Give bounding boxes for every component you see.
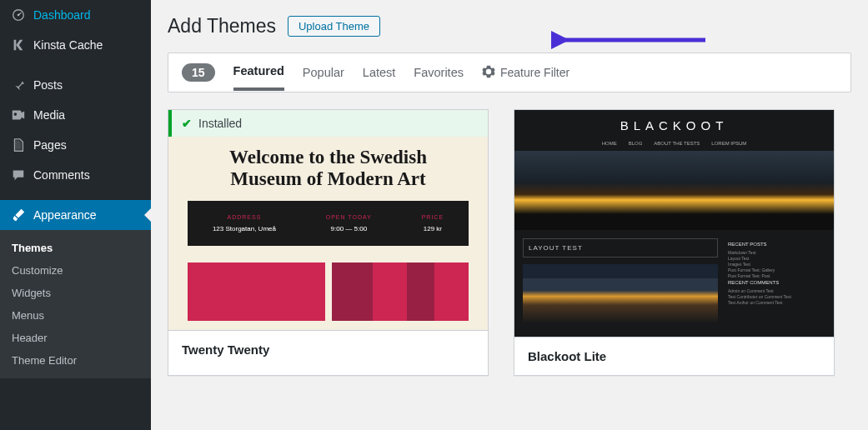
- themes-grid: ✔ Installed Welcome to the Swedish Museu…: [168, 109, 851, 376]
- kinsta-icon: [10, 37, 27, 53]
- feature-filter-label: Feature Filter: [500, 66, 569, 79]
- preview-title: Welcome to the Swedish Museum of Modern …: [168, 137, 488, 201]
- sidebar-item-pages[interactable]: Pages: [0, 130, 151, 160]
- theme-card-blackoot-lite[interactable]: BLACKOOT HOME BLOG ABOUT THE TESTS LOREM…: [514, 109, 835, 376]
- filter-tab-latest[interactable]: Latest: [363, 66, 396, 89]
- filter-tab-favorites[interactable]: Favorites: [414, 66, 464, 89]
- preview-hero: [514, 151, 834, 230]
- pin-icon: [10, 77, 27, 93]
- installed-label: Installed: [198, 117, 242, 130]
- preview-side-item: Layout Test: [728, 256, 825, 259]
- submenu-widgets[interactable]: Widgets: [0, 282, 151, 304]
- theme-name: Twenty Twenty: [168, 330, 488, 368]
- submenu-customize[interactable]: Customize: [0, 259, 151, 282]
- submenu-menus[interactable]: Menus: [0, 304, 151, 327]
- sidebar-item-label: Appearance: [33, 208, 97, 222]
- installed-banner: ✔ Installed: [168, 110, 488, 137]
- preview-side-item: Post Format Test: Gallery: [728, 268, 825, 271]
- preview-col-label: ADDRESS: [213, 214, 276, 220]
- preview-blocks: [188, 262, 469, 321]
- page-title: Add Themes: [168, 15, 276, 38]
- check-icon: ✔: [182, 117, 192, 130]
- sidebar-item-label: Media: [33, 108, 65, 122]
- theme-count-badge: 15: [182, 63, 215, 82]
- media-icon: [10, 107, 27, 123]
- sidebar-item-label: Dashboard: [33, 8, 91, 22]
- preview-post-title: LAYOUT TEST: [523, 238, 718, 258]
- submenu-themes[interactable]: Themes: [0, 237, 151, 259]
- preview-side-heading: RECENT POSTS: [728, 242, 825, 247]
- gear-icon: [482, 65, 495, 81]
- brush-icon: [10, 207, 27, 223]
- appearance-submenu: Themes Customize Widgets Menus Header Th…: [0, 230, 151, 378]
- preview-col-val: 9:00 — 5:00: [326, 225, 372, 232]
- main-content: Add Themes Upload Theme 15 Featured Popu…: [151, 0, 868, 430]
- preview-col-label: PRICE: [422, 214, 444, 220]
- theme-card-twenty-twenty[interactable]: ✔ Installed Welcome to the Swedish Museu…: [168, 109, 489, 376]
- sidebar-item-comments[interactable]: Comments: [0, 160, 151, 190]
- submenu-header[interactable]: Header: [0, 327, 151, 349]
- preview-side-item: Markdown Test: [728, 250, 825, 253]
- filter-bar: 15 Featured Popular Latest Favorites Fea…: [168, 52, 851, 92]
- preview-side-item: Admin on Comment Test: [728, 288, 825, 292]
- page-header: Add Themes Upload Theme: [168, 8, 851, 52]
- preview-side-item: Post Format Test: Post: [728, 273, 825, 277]
- annotation-arrow: [551, 28, 710, 52]
- sidebar-item-label: Kinsta Cache: [33, 38, 103, 52]
- sidebar-item-media[interactable]: Media: [0, 100, 151, 130]
- preview-side-item: Test Author on Comment Test: [728, 300, 825, 303]
- filter-tab-popular[interactable]: Popular: [303, 66, 344, 89]
- svg-point-1: [18, 14, 20, 17]
- sidebar-item-label: Posts: [33, 78, 63, 92]
- admin-sidebar: Dashboard Kinsta Cache Posts Media Pages…: [0, 0, 151, 430]
- submenu-theme-editor[interactable]: Theme Editor: [0, 349, 151, 372]
- preview-nav-item: HOME: [602, 141, 617, 146]
- preview-col-val: 123 Storgatan, Umeå: [213, 225, 276, 232]
- preview-side-heading: RECENT COMMENTS: [728, 280, 825, 285]
- preview-nav-item: LOREM IPSUM: [711, 141, 746, 146]
- svg-point-2: [14, 112, 18, 116]
- preview-col-label: OPEN TODAY: [326, 214, 372, 220]
- sidebar-item-label: Pages: [33, 138, 67, 152]
- preview-col-val: 129 kr: [422, 225, 444, 232]
- preview-nav-item: BLOG: [629, 141, 643, 146]
- comments-icon: [10, 167, 27, 183]
- theme-preview: BLACKOOT HOME BLOG ABOUT THE TESTS LOREM…: [514, 110, 834, 337]
- sidebar-item-label: Comments: [33, 168, 90, 182]
- preview-side-item: Images Test: [728, 262, 825, 265]
- preview-nav: HOME BLOG ABOUT THE TESTS LOREM IPSUM: [514, 141, 834, 151]
- filter-tab-featured[interactable]: Featured: [233, 64, 284, 91]
- pages-icon: [10, 137, 27, 153]
- preview-post-image: [523, 264, 718, 322]
- theme-preview: Welcome to the Swedish Museum of Modern …: [168, 137, 488, 330]
- preview-side-item: Test Contributor on Comment Test: [728, 294, 825, 298]
- sidebar-item-appearance[interactable]: Appearance: [0, 200, 151, 230]
- preview-sidebar: RECENT POSTS Markdown Test Layout Test I…: [728, 238, 825, 322]
- preview-info-bar: ADDRESS123 Storgatan, Umeå OPEN TODAY9:0…: [188, 201, 469, 246]
- sidebar-item-posts[interactable]: Posts: [0, 70, 151, 100]
- sidebar-item-dashboard[interactable]: Dashboard: [0, 0, 151, 30]
- preview-nav-item: ABOUT THE TESTS: [654, 141, 700, 146]
- dashboard-icon: [10, 7, 27, 23]
- preview-brand: BLACKOOT: [514, 110, 834, 141]
- sidebar-item-kinsta[interactable]: Kinsta Cache: [0, 30, 151, 60]
- feature-filter-button[interactable]: Feature Filter: [482, 65, 569, 81]
- upload-theme-button[interactable]: Upload Theme: [288, 16, 380, 37]
- theme-name: Blackoot Lite: [514, 337, 834, 375]
